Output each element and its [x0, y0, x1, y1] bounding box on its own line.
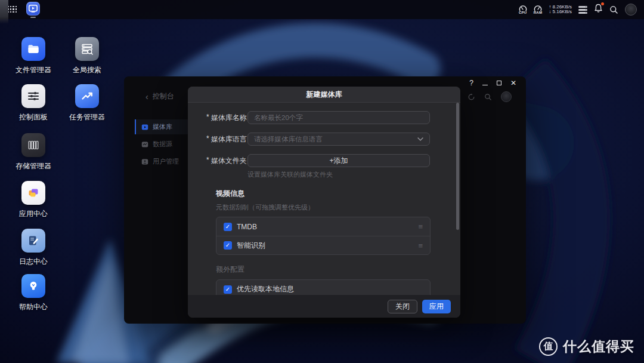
desktop-icon-control-panel[interactable]: 控制面板	[10, 84, 57, 122]
notebook-pencil-icon	[21, 229, 45, 253]
apply-button[interactable]: 应用	[422, 300, 451, 313]
field-row-language: * 媒体库语言 请选择媒体库信息语言	[206, 133, 460, 146]
window-help-button[interactable]: ?	[469, 79, 473, 87]
ram-label: RAM	[534, 11, 543, 14]
desktop-icon-label: 文件管理器	[16, 65, 51, 75]
sliders-icon	[21, 84, 45, 108]
desktop-icon-label: 全局搜索	[73, 65, 101, 75]
desktop-icon-label: 控制面板	[19, 112, 48, 122]
scraper-row-smart-recognition: ✓ 智能识别 ≡	[216, 236, 430, 254]
window-maximize-button[interactable]	[497, 79, 501, 87]
download-speed: ↓ 5.16KB/s	[549, 10, 572, 15]
field-label: * 媒体文件夹	[206, 156, 247, 166]
ram-monitor[interactable]: RAM	[534, 5, 543, 14]
drag-handle-icon[interactable]: ≡	[418, 223, 423, 230]
user-management-icon	[141, 158, 148, 165]
top-system-bar: CPU RAM ↑ 8.26KB/s ↓ 5.16KB/s	[0, 0, 644, 19]
drive-bays-icon	[21, 133, 45, 157]
desktop-icon-file-manager[interactable]: 文件管理器	[10, 37, 57, 75]
drag-handle-icon[interactable]: ≡	[418, 242, 423, 250]
dialog-body: * 媒体库名称 名称最长20个字 * 媒体库语言 请选择媒体库信息语言 * 媒体…	[188, 103, 460, 295]
dialog-footer: 关闭 应用	[188, 295, 460, 318]
window-close-button[interactable]: ✕	[510, 79, 516, 87]
desktop-icon-label: 帮助中心	[19, 302, 48, 312]
desktop-icon-label: 应用中心	[19, 209, 48, 219]
metadata-scraper-subtitle: 元数据刮削（可拖拽调整优先级）	[216, 203, 460, 212]
required-asterisk: *	[206, 134, 209, 144]
prefer-local-info-checkbox[interactable]: ✓	[224, 285, 232, 294]
sidebar-item-media-library[interactable]: 媒体库	[135, 119, 192, 134]
notification-badge	[601, 2, 604, 5]
tmdb-checkbox[interactable]: ✓	[224, 223, 232, 231]
cpu-label: CPU	[519, 11, 527, 14]
sidebar-item-data-source[interactable]: 数据源	[135, 137, 192, 152]
smzdm-watermark-text: 什么值得买	[563, 337, 634, 356]
select-placeholder: 请选择媒体库信息语言	[254, 135, 323, 144]
desktop-icon-label: 任务管理器	[69, 112, 105, 122]
input-placeholder: 名称最长20个字	[254, 113, 303, 122]
media-library-language-select[interactable]: 请选择媒体库信息语言	[247, 133, 430, 146]
folder-hint: 设置媒体库关联的媒体文件夹	[247, 170, 460, 179]
add-folder-label: +添加	[329, 156, 348, 166]
search-icon[interactable]	[609, 5, 618, 14]
desktop-icon-global-search[interactable]: 全局搜索	[63, 37, 111, 75]
cpu-monitor[interactable]: CPU	[519, 5, 527, 14]
trend-chart-icon	[75, 84, 99, 108]
scraper-list-panel: ✓ TMDB ≡ ✓ 智能识别 ≡	[216, 217, 431, 255]
user-avatar[interactable]	[625, 4, 637, 16]
smzdm-watermark: 值 什么值得买	[539, 337, 634, 356]
taskbar-media-app[interactable]	[26, 2, 40, 18]
field-row-folder: * 媒体文件夹 +添加	[206, 154, 460, 167]
scraper-label: TMDB	[237, 223, 413, 231]
server-search-icon	[75, 37, 99, 61]
chevron-left-icon: ‹	[145, 92, 148, 101]
extra-config-panel: ✓ 优先读取本地信息 ✓ 自动添加到合集	[216, 279, 431, 295]
new-media-library-dialog: 新建媒体库 * 媒体库名称 名称最长20个字 * 媒体库语言 请选择媒体库信息语…	[188, 87, 460, 318]
media-library-icon	[141, 124, 148, 131]
minimize-icon	[482, 85, 488, 86]
scraper-label: 智能识别	[237, 241, 413, 251]
sidebar-item-user-management[interactable]: 用户管理	[135, 154, 192, 169]
screen-edge-artifact	[0, 0, 8, 24]
sidebar-item-label: 数据源	[153, 140, 172, 149]
chevron-down-icon	[417, 137, 423, 141]
desktop-icon-label: 存储管理器	[16, 161, 51, 171]
window-search-icon[interactable]	[484, 93, 492, 101]
media-player-icon	[26, 2, 40, 16]
network-speed: ↑ 8.26KB/s ↓ 5.16KB/s	[549, 5, 572, 15]
desktop-icon-help-center[interactable]: 帮助中心	[10, 274, 57, 312]
extra-config-section-title: 额外配置	[216, 264, 460, 275]
scraper-row-tmdb: ✓ TMDB ≡	[216, 217, 430, 236]
app-launcher-grid-icon[interactable]	[7, 6, 17, 14]
dialog-title: 新建媒体库	[306, 90, 342, 100]
desktop-icon-label: 日志中心	[19, 257, 48, 267]
desktop-icon-log-center[interactable]: 日志中心	[10, 229, 57, 267]
option-row-local-info: ✓ 优先读取本地信息	[216, 280, 430, 295]
window-minimize-button[interactable]	[482, 79, 488, 87]
desktop-icon-app-center[interactable]: 应用中心	[10, 181, 57, 219]
desktop-icon-task-manager[interactable]: 任务管理器	[63, 84, 111, 122]
sidebar-item-label: 用户管理	[153, 157, 179, 166]
option-label: 优先读取本地信息	[237, 284, 423, 294]
refresh-icon[interactable]	[467, 93, 475, 101]
apps-icon	[21, 181, 45, 205]
task-list-icon[interactable]	[578, 6, 587, 14]
back-to-console[interactable]: ‹ 控制台	[145, 91, 174, 101]
field-label: * 媒体库名称	[206, 113, 247, 123]
data-source-icon	[141, 141, 148, 148]
back-label: 控制台	[153, 91, 174, 101]
smart-recognition-checkbox[interactable]: ✓	[224, 241, 232, 250]
field-row-name: * 媒体库名称 名称最长20个字	[206, 111, 460, 124]
add-media-folder-button[interactable]: +添加	[247, 154, 430, 167]
close-button[interactable]: 关闭	[388, 300, 417, 313]
media-library-name-input[interactable]: 名称最长20个字	[247, 111, 430, 124]
window-sidebar: 媒体库 数据源 用户管理	[135, 119, 192, 169]
window-user-avatar[interactable]	[501, 91, 512, 102]
notifications-button[interactable]	[594, 4, 603, 16]
active-app-indicator	[30, 17, 36, 18]
field-label: * 媒体库语言	[206, 134, 247, 144]
folder-icon	[21, 37, 45, 61]
dialog-scrollbar-thumb[interactable]	[456, 103, 459, 230]
desktop-icon-storage-manager[interactable]: 存储管理器	[10, 133, 57, 171]
lightbulb-icon	[21, 274, 45, 298]
